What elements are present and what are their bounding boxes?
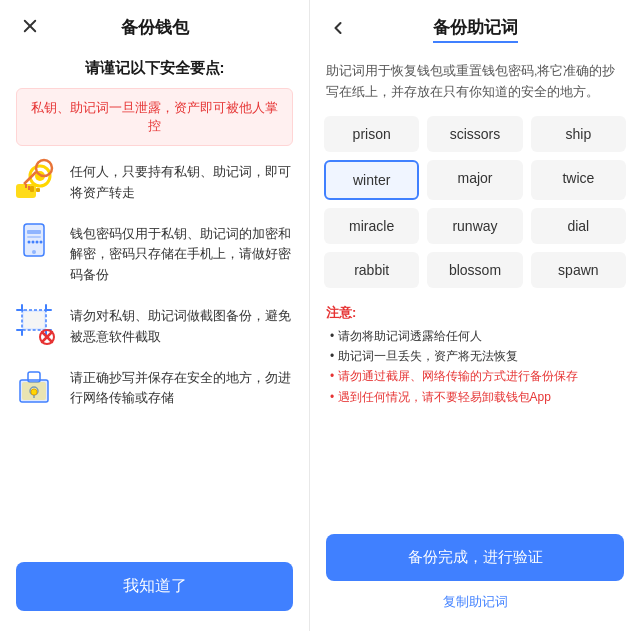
svg-rect-12 <box>27 230 41 234</box>
security-item-2-text: 钱包密码仅用于私钥、助记词的加密和解密，密码只存储在手机上，请做好密码备份 <box>70 220 295 286</box>
security-item-1: 任何人，只要持有私钥、助记词，即可将资产转走 <box>14 158 295 204</box>
mnemonic-word-major: major <box>427 160 522 200</box>
svg-rect-13 <box>27 236 41 238</box>
notes-item-4: • 遇到任何情况，请不要轻易卸载钱包App <box>326 387 624 407</box>
left-title: 备份钱包 <box>121 16 189 39</box>
right-title: 备份助记词 <box>433 16 518 43</box>
mnemonic-word-prison: prison <box>324 116 419 152</box>
screenshot-icon <box>14 302 58 346</box>
svg-rect-6 <box>36 188 40 192</box>
mnemonic-word-blossom: blossom <box>427 252 522 288</box>
mnemonic-word-rabbit: rabbit <box>324 252 419 288</box>
security-item-4: 请正确抄写并保存在安全的地方，勿进行网络传输或存储 <box>14 364 295 410</box>
safe-icon <box>14 364 58 408</box>
security-item-3: 请勿对私钥、助记词做截图备份，避免被恶意软件截取 <box>14 302 295 348</box>
mnemonic-grid: prison scissors ship winter major twice … <box>310 116 640 300</box>
svg-rect-5 <box>30 186 34 192</box>
svg-point-15 <box>28 240 31 243</box>
security-list: 任何人，只要持有私钥、助记词，即可将资产转走 钱包密码仅用于私钥、助记词的加密和… <box>0 158 309 548</box>
security-item-3-text: 请勿对私钥、助记词做截图备份，避免被恶意软件截取 <box>70 302 295 348</box>
svg-point-16 <box>32 240 35 243</box>
svg-point-38 <box>31 389 37 395</box>
svg-point-18 <box>40 240 43 243</box>
left-footer: 我知道了 <box>0 548 309 611</box>
right-header: 备份助记词 <box>310 0 640 55</box>
left-panel: 备份钱包 请谨记以下安全要点: 私钥、助记词一旦泄露，资产即可被他人掌控 <box>0 0 310 631</box>
mnemonic-word-spawn: spawn <box>531 252 626 288</box>
close-button[interactable] <box>16 12 44 40</box>
security-item-2: 钱包密码仅用于私钥、助记词的加密和解密，密码只存储在手机上，请做好密码备份 <box>14 220 295 286</box>
back-button[interactable] <box>324 14 352 42</box>
notes-item-3: • 请勿通过截屏、网络传输的方式进行备份保存 <box>326 366 624 386</box>
left-header: 备份钱包 <box>0 0 309 51</box>
right-footer: 备份完成，进行验证 复制助记词 <box>310 524 640 611</box>
notes-title: 注意: <box>326 304 624 322</box>
key-icon <box>14 158 58 202</box>
mnemonic-word-winter: winter <box>324 160 419 200</box>
confirm-button[interactable]: 我知道了 <box>16 562 293 611</box>
warning-banner: 私钥、助记词一旦泄露，资产即可被他人掌控 <box>16 88 293 146</box>
security-item-4-text: 请正确抄写并保存在安全的地方，勿进行网络传输或存储 <box>70 364 295 410</box>
mnemonic-word-miracle: miracle <box>324 208 419 244</box>
copy-mnemonic-link[interactable]: 复制助记词 <box>326 593 624 611</box>
notes-item-1: • 请勿将助记词透露给任何人 <box>326 326 624 346</box>
svg-point-17 <box>36 240 39 243</box>
mnemonic-word-ship: ship <box>531 116 626 152</box>
notes-section: 注意: • 请勿将助记词透露给任何人 • 助记词一旦丢失，资产将无法恢复 • 请… <box>310 300 640 420</box>
security-heading: 请谨记以下安全要点: <box>0 51 309 88</box>
mnemonic-word-twice: twice <box>531 160 626 200</box>
mnemonic-word-scissors: scissors <box>427 116 522 152</box>
mnemonic-word-runway: runway <box>427 208 522 244</box>
phone-icon <box>14 220 58 264</box>
notes-item-2: • 助记词一旦丢失，资产将无法恢复 <box>326 346 624 366</box>
mnemonic-word-dial: dial <box>531 208 626 244</box>
svg-point-14 <box>32 250 36 254</box>
right-panel: 备份助记词 助记词用于恢复钱包或重置钱包密码,将它准确的抄写在纸上，并存放在只有… <box>310 0 640 631</box>
security-item-1-text: 任何人，只要持有私钥、助记词，即可将资产转走 <box>70 158 295 204</box>
svg-rect-20 <box>24 312 44 328</box>
backup-verify-button[interactable]: 备份完成，进行验证 <box>326 534 624 581</box>
right-description: 助记词用于恢复钱包或重置钱包密码,将它准确的抄写在纸上，并存放在只有你知道的安全… <box>310 55 640 116</box>
